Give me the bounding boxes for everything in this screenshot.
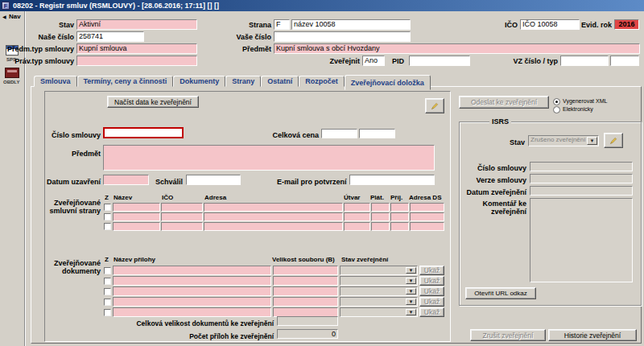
row-checkbox[interactable] xyxy=(104,267,111,274)
dok-cell-nazev[interactable] xyxy=(113,297,271,307)
tab-ostatni[interactable]: Ostatní xyxy=(261,76,299,87)
strany-cell-adresa[interactable] xyxy=(204,203,343,212)
show-attachment-button[interactable]: Ukaž xyxy=(419,307,444,317)
prav-typ-field[interactable] xyxy=(76,56,197,66)
send-to-publish-button[interactable]: Odeslat ke zveřejnění xyxy=(459,96,549,109)
strany-cell-adresa[interactable] xyxy=(204,222,343,231)
vase-cislo-field[interactable] xyxy=(274,31,411,42)
chevron-down-icon[interactable]: ▼ xyxy=(406,309,416,315)
dok-cell-nazev[interactable] xyxy=(113,286,271,296)
predm-typ-field[interactable]: Kupní smlouva xyxy=(76,43,197,54)
tab-dokumenty[interactable]: Dokumenty xyxy=(173,76,225,87)
dok-cell-nazev[interactable] xyxy=(113,307,271,317)
strany-cell-nazev[interactable] xyxy=(113,222,160,231)
tab-zverejnovaci-dolozka[interactable]: Zveřejňovací doložka xyxy=(345,75,431,90)
chevron-down-icon[interactable]: ▼ xyxy=(587,137,597,145)
strany-cell-prij[interactable] xyxy=(390,222,409,231)
tab-strany[interactable]: Strany xyxy=(225,76,261,87)
strany-cell-prij[interactable] xyxy=(390,212,409,221)
celkova-cena-field-2[interactable] xyxy=(359,129,395,138)
strany-cell-adresa-ds[interactable] xyxy=(410,203,444,212)
strany-cell-plat[interactable] xyxy=(371,212,390,221)
chevron-down-icon[interactable]: ▼ xyxy=(406,299,416,305)
ico-field[interactable]: IČO 10058 xyxy=(520,19,580,30)
row-checkbox[interactable] xyxy=(104,309,111,316)
show-attachment-button[interactable]: Ukaž xyxy=(419,266,444,275)
isrs-komentar-textarea[interactable] xyxy=(530,198,633,282)
strana-code-field[interactable]: F xyxy=(274,19,290,30)
dok-col-nazev: Název přílohy xyxy=(114,256,155,263)
tab-rozpocet[interactable]: Rozpočet xyxy=(299,76,345,87)
strana-label: Strana xyxy=(228,21,271,29)
strany-cell-ico[interactable] xyxy=(161,203,203,212)
dok-stav-combo[interactable]: ▼ xyxy=(340,286,418,296)
app-icon[interactable]: F xyxy=(2,2,10,10)
strany-cell-utvar[interactable] xyxy=(344,222,370,231)
strany-cell-nazev[interactable] xyxy=(113,203,160,212)
pid-field[interactable] xyxy=(409,56,470,66)
dok-cell-velikost[interactable] xyxy=(273,286,338,296)
tab-smlouva[interactable]: Smlouva xyxy=(34,76,77,87)
dok-cell-nazev[interactable] xyxy=(113,266,271,275)
open-url-button[interactable]: Otevřít URL odkaz xyxy=(465,287,536,299)
celkova-cena-field-1[interactable] xyxy=(321,129,357,138)
row-checkbox[interactable] xyxy=(104,278,111,285)
strany-cell-nazev[interactable] xyxy=(113,212,160,221)
dok-col-z: Z xyxy=(105,256,109,263)
datum-uzavreni-field[interactable] xyxy=(103,175,149,185)
chevron-down-icon[interactable]: ▼ xyxy=(406,278,416,284)
show-attachment-button[interactable]: Ukaž xyxy=(419,286,444,296)
zverejnit-field[interactable]: Ano xyxy=(362,56,385,66)
strany-cell-prij[interactable] xyxy=(390,203,409,212)
predmet-label: Předmět xyxy=(236,45,271,53)
dok-cell-velikost[interactable] xyxy=(273,297,338,307)
panel-predmet-textarea[interactable] xyxy=(103,145,435,171)
dok-stav-combo[interactable]: ▼ xyxy=(340,276,418,286)
vz-typ-field[interactable] xyxy=(610,56,639,66)
row-checkbox[interactable] xyxy=(104,204,111,211)
show-attachment-button[interactable]: Ukaž xyxy=(419,297,444,307)
cislo-smlouvy-field[interactable] xyxy=(103,127,184,138)
strany-cell-adresa[interactable] xyxy=(204,212,343,221)
panel-tools-button[interactable] xyxy=(425,98,444,113)
strany-cell-plat[interactable] xyxy=(371,222,390,231)
predmet-field[interactable]: Kupní smlouva s obcí Hvozdany xyxy=(274,43,640,54)
dok-stav-combo[interactable]: ▼ xyxy=(340,297,418,307)
strany-cell-adresa-ds[interactable] xyxy=(410,222,444,231)
strany-cell-utvar[interactable] xyxy=(344,212,370,221)
row-checkbox[interactable] xyxy=(104,288,111,295)
nase-cislo-field[interactable]: 258741 xyxy=(76,31,144,42)
publication-history-button[interactable]: Historie zveřejnění xyxy=(548,329,637,341)
cancel-publication-button[interactable]: Zrušit zveřejnění xyxy=(470,329,546,341)
row-checkbox[interactable] xyxy=(104,213,111,220)
load-data-button[interactable]: Načíst data ke zveřejnění xyxy=(107,96,199,108)
evid-rok-field[interactable]: 2016 xyxy=(614,19,639,30)
dok-cell-velikost[interactable] xyxy=(273,276,338,286)
stav-field[interactable]: Aktivní xyxy=(76,19,197,30)
strany-cell-adresa-ds[interactable] xyxy=(410,212,444,221)
radio-generate-xml[interactable] xyxy=(553,98,560,105)
dok-stav-combo[interactable]: ▼ xyxy=(340,266,418,275)
nav-collapse-icon[interactable]: ◀ xyxy=(2,14,6,19)
row-checkbox[interactable] xyxy=(104,299,111,306)
strana-name-field[interactable]: název 10058 xyxy=(291,19,411,30)
email-field[interactable] xyxy=(349,175,435,185)
strany-cell-ico[interactable] xyxy=(161,212,203,221)
obdly-icon[interactable] xyxy=(5,68,19,78)
isrs-tools-button[interactable] xyxy=(604,133,623,148)
chevron-down-icon[interactable]: ▼ xyxy=(406,267,416,274)
strany-cell-plat[interactable] xyxy=(371,203,390,212)
dok-cell-velikost[interactable] xyxy=(273,266,338,275)
strany-cell-ico[interactable] xyxy=(161,222,203,231)
radio-electronic[interactable] xyxy=(553,106,560,113)
vz-cislo-field[interactable] xyxy=(560,56,609,66)
chevron-down-icon[interactable]: ▼ xyxy=(406,288,416,295)
strany-cell-utvar[interactable] xyxy=(344,203,370,212)
schvalil-field[interactable] xyxy=(186,175,241,185)
row-checkbox[interactable] xyxy=(104,223,111,230)
show-attachment-button[interactable]: Ukaž xyxy=(419,276,444,286)
tab-terminy[interactable]: Termíny, ceny a činnosti xyxy=(77,76,174,87)
dok-stav-combo[interactable]: ▼ xyxy=(340,307,418,317)
isrs-stav-combo[interactable]: Zrušeno zveřejnění▼ xyxy=(528,135,599,146)
dok-cell-nazev[interactable] xyxy=(113,276,271,286)
